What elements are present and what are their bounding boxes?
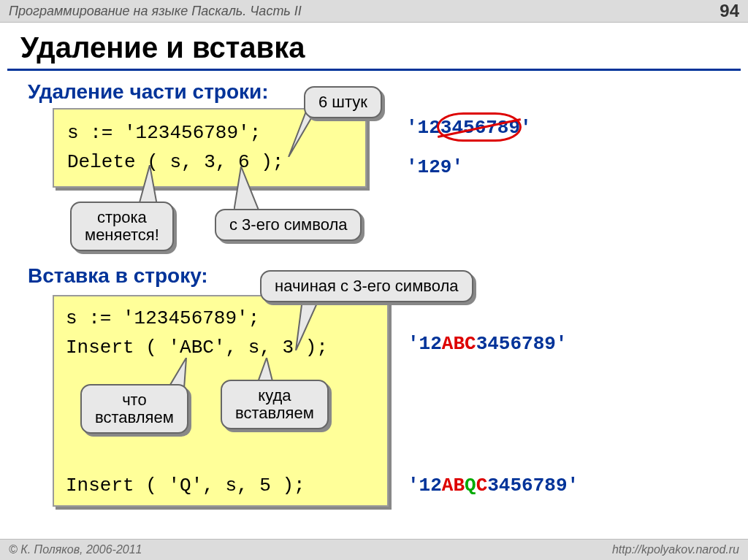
footer-url: http://kpolyakov.narod.ru <box>612 543 739 556</box>
code-delete: s := '123456789'; Delete ( s, 3, 6 ); <box>53 108 367 188</box>
callout-from-tail <box>234 166 263 212</box>
section2-title: Вставка в строку: <box>28 264 208 288</box>
section1-title: Удаление части строки: <box>28 80 269 104</box>
callout-var-tail <box>139 165 161 205</box>
footer-copyright: © К. Поляков, 2006-2011 <box>9 543 142 556</box>
slide-footer: © К. Поляков, 2006-2011 http://kpolyakov… <box>0 539 748 560</box>
title-divider <box>7 69 741 71</box>
slide-header: Программирование на языке Паскаль. Часть… <box>0 0 748 23</box>
slide-title: Удаление и вставка <box>20 31 748 64</box>
page-number: 94 <box>720 1 739 21</box>
callout-var-changes: строка меняется! <box>70 202 174 251</box>
header-title: Программирование на языке Паскаль. Часть… <box>9 4 302 19</box>
result-before: '123456789' <box>406 117 532 139</box>
code-insert-top: s := '123456789'; Insert ( 'ABC', s, 3 )… <box>66 304 328 363</box>
callout-startpos: начиная с 3-его символа <box>260 270 473 302</box>
code-insert-bottom: Insert ( 'Q', s, 5 ); <box>66 475 305 496</box>
callout-count: 6 штук <box>304 86 382 118</box>
callout-where: куда вставляем <box>221 380 329 429</box>
callout-from-char: с 3-его символа <box>215 209 362 241</box>
svg-marker-2 <box>234 166 259 212</box>
result-after: '129' <box>406 156 463 178</box>
result-insert1: '12ABC3456789' <box>408 333 567 355</box>
result-insert2: '12ABQC3456789' <box>408 475 579 496</box>
svg-marker-1 <box>139 165 157 205</box>
callout-what: что вставляем <box>80 384 188 434</box>
